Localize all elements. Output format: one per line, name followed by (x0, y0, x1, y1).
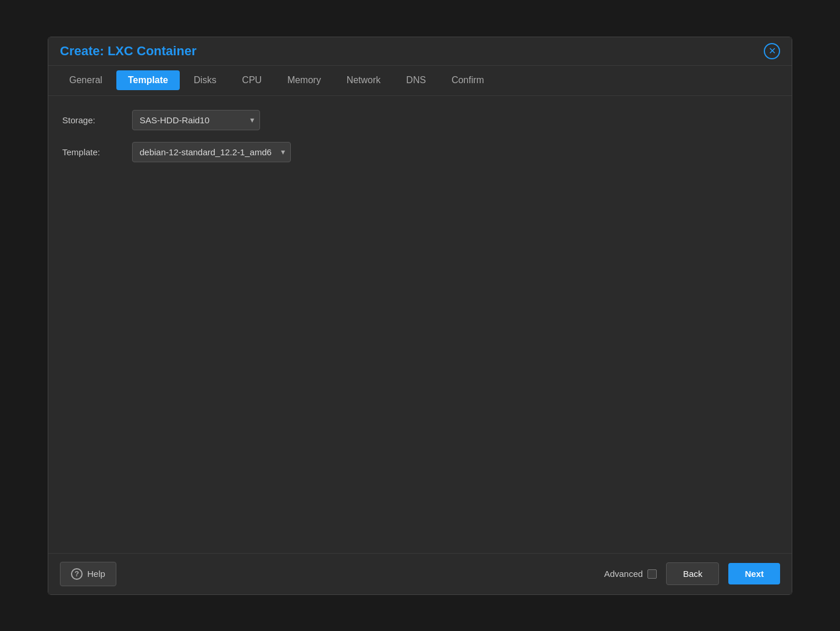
form-content: Storage: SAS-HDD-Raid10 Template: debian… (48, 96, 792, 553)
tab-memory[interactable]: Memory (276, 70, 333, 90)
tab-bar: General Template Disks CPU Memory Networ… (48, 66, 792, 96)
template-select-wrapper: debian-12-standard_12.2-1_amd6 (132, 142, 291, 162)
back-button[interactable]: Back (666, 562, 719, 585)
tab-confirm[interactable]: Confirm (440, 70, 496, 90)
advanced-checkbox[interactable] (647, 569, 657, 579)
template-select[interactable]: debian-12-standard_12.2-1_amd6 (132, 142, 291, 162)
storage-row: Storage: SAS-HDD-Raid10 (62, 110, 778, 130)
footer-right: Advanced Back Next (604, 562, 780, 585)
help-label: Help (87, 569, 105, 579)
storage-select-wrapper: SAS-HDD-Raid10 (132, 110, 260, 130)
help-button[interactable]: ? Help (60, 562, 116, 586)
tab-template[interactable]: Template (116, 70, 180, 90)
advanced-text: Advanced (604, 569, 643, 579)
tab-dns[interactable]: DNS (394, 70, 437, 90)
tab-disks[interactable]: Disks (182, 70, 228, 90)
dialog-title: Create: LXC Container (60, 44, 197, 59)
storage-label: Storage: (62, 115, 132, 125)
dialog-header: Create: LXC Container ✕ (48, 37, 792, 66)
template-row: Template: debian-12-standard_12.2-1_amd6 (62, 142, 778, 162)
dialog-footer: ? Help Advanced Back Next (48, 553, 792, 594)
advanced-label: Advanced (604, 569, 657, 579)
help-icon: ? (71, 568, 83, 580)
template-label: Template: (62, 147, 132, 157)
tab-network[interactable]: Network (335, 70, 393, 90)
storage-select[interactable]: SAS-HDD-Raid10 (132, 110, 260, 130)
create-lxc-dialog: Create: LXC Container ✕ General Template… (48, 37, 792, 595)
tab-general[interactable]: General (58, 70, 114, 90)
tab-cpu[interactable]: CPU (230, 70, 273, 90)
footer-left: ? Help (60, 562, 116, 586)
close-button[interactable]: ✕ (764, 43, 780, 59)
next-button[interactable]: Next (728, 563, 780, 584)
